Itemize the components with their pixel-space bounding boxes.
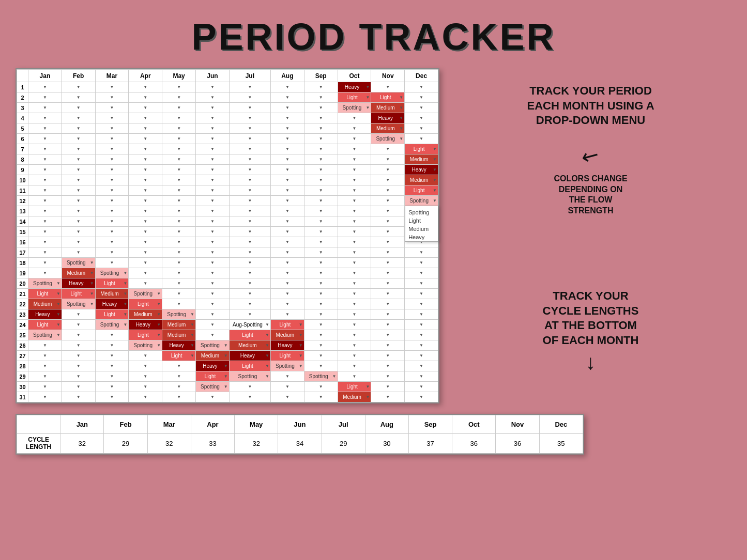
cell-row11-Apr[interactable]: ▼	[129, 185, 162, 196]
cell-row15-Jan[interactable]: ▼	[28, 227, 62, 237]
cell-row1-Nov[interactable]: ▼	[371, 82, 405, 92]
cell-row9-Nov[interactable]: ▼	[371, 165, 405, 175]
cell-row29-Aug[interactable]: ▼	[270, 371, 304, 382]
cell-row27-Apr[interactable]: ▼	[129, 351, 162, 361]
cell-row8-Feb[interactable]: ▼	[62, 154, 95, 165]
cell-row6-Jun[interactable]: ▼	[195, 134, 229, 144]
cell-row28-Oct[interactable]: ▼	[338, 361, 371, 371]
cell-row15-Oct[interactable]: ▼	[338, 227, 371, 237]
cell-row6-Jan[interactable]: ▼	[28, 134, 62, 144]
cell-row1-Feb[interactable]: ▼	[62, 82, 95, 92]
cell-row5-Jul[interactable]: ▼	[229, 123, 270, 134]
cell-row7-Oct[interactable]: ▼	[338, 144, 371, 154]
cell-row25-Jan[interactable]: Spotting▼	[28, 330, 62, 340]
cell-row14-Jan[interactable]: ▼	[28, 216, 62, 227]
cell-row24-Oct[interactable]: ▼	[338, 320, 371, 330]
cell-row25-Oct[interactable]: ▼	[338, 330, 371, 340]
cell-row8-Nov[interactable]: ▼	[371, 154, 405, 165]
cell-row9-Jan[interactable]: ▼	[28, 165, 62, 175]
cell-row20-Sep[interactable]: ▼	[304, 278, 338, 289]
cell-row4-May[interactable]: ▼	[162, 113, 196, 123]
cycle-value-Dec[interactable]: 35	[539, 434, 583, 454]
cell-row13-May[interactable]: ▼	[162, 206, 196, 216]
cell-row21-Apr[interactable]: Spotting▼	[129, 289, 162, 299]
cell-row7-Jul[interactable]: ▼	[229, 144, 270, 154]
cell-row3-Nov[interactable]: Medium▼	[371, 103, 405, 113]
cell-row30-Jul[interactable]: ▼	[229, 382, 270, 392]
cell-row27-Nov[interactable]: ▼	[371, 351, 405, 361]
cell-row29-Apr[interactable]: ▼	[129, 371, 162, 382]
cell-row26-Jun[interactable]: Spotting▼	[195, 340, 229, 351]
cell-row5-Aug[interactable]: ▼	[270, 123, 304, 134]
cell-row12-Oct[interactable]: ▼	[338, 196, 371, 206]
cell-row10-Jul[interactable]: ▼	[229, 175, 270, 185]
cycle-value-Mar[interactable]: 32	[147, 434, 191, 454]
cell-row16-Mar[interactable]: ▼	[95, 237, 129, 247]
cell-row15-Aug[interactable]: ▼	[270, 227, 304, 237]
cell-row7-Nov[interactable]: ▼	[371, 144, 405, 154]
cell-row16-Feb[interactable]: ▼	[62, 237, 95, 247]
cell-row27-Jun[interactable]: Medium▼	[195, 351, 229, 361]
cell-row14-Oct[interactable]: ▼	[338, 216, 371, 227]
cell-row23-Sep[interactable]: ▼	[304, 309, 338, 320]
cycle-value-Jan[interactable]: 32	[60, 434, 104, 454]
cell-row5-Jan[interactable]: ▼	[28, 123, 62, 134]
cell-row11-Aug[interactable]: ▼	[270, 185, 304, 196]
cell-row17-Mar[interactable]: ▼	[95, 247, 129, 258]
cell-row21-Dec[interactable]: ▼	[405, 289, 438, 299]
cell-row20-Jul[interactable]: ▼	[229, 278, 270, 289]
cell-row28-Mar[interactable]: ▼	[95, 361, 129, 371]
cell-row12-Dec[interactable]: Spotting▼SpottingLightMediumHeavy	[405, 196, 438, 206]
cell-row15-Sep[interactable]: ▼	[304, 227, 338, 237]
cycle-value-Oct[interactable]: 36	[452, 434, 496, 454]
cell-row4-Nov[interactable]: Heavy▼	[371, 113, 405, 123]
cycle-value-Aug[interactable]: 30	[365, 434, 408, 454]
cell-row16-Apr[interactable]: ▼	[129, 237, 162, 247]
cell-row9-Jun[interactable]: ▼	[195, 165, 229, 175]
cell-row22-Apr[interactable]: Light▼	[129, 299, 162, 309]
cell-row27-Dec[interactable]: ▼	[405, 351, 438, 361]
cell-row3-Sep[interactable]: ▼	[304, 103, 338, 113]
cell-row28-Jan[interactable]: ▼	[28, 361, 62, 371]
cell-row1-Mar[interactable]: ▼	[95, 82, 129, 92]
cell-row24-Sep[interactable]: ▼	[304, 320, 338, 330]
cell-row11-May[interactable]: ▼	[162, 185, 196, 196]
cell-row28-Sep[interactable]: ▼	[304, 361, 338, 371]
cell-row21-Oct[interactable]: ▼	[338, 289, 371, 299]
cell-row5-Mar[interactable]: ▼	[95, 123, 129, 134]
cell-row27-Mar[interactable]: ▼	[95, 351, 129, 361]
cell-row31-Jan[interactable]: ▼	[28, 392, 62, 402]
cell-row25-Apr[interactable]: Light▼	[129, 330, 162, 340]
dropdown-item-Heavy[interactable]: Heavy	[405, 233, 438, 241]
cell-row5-May[interactable]: ▼	[162, 123, 196, 134]
cell-row15-Mar[interactable]: ▼	[95, 227, 129, 237]
cell-row3-Dec[interactable]: ▼	[405, 103, 438, 113]
cell-row16-Oct[interactable]: ▼	[338, 237, 371, 247]
cell-row26-Aug[interactable]: Heavy▼	[270, 340, 304, 351]
cell-row19-Sep[interactable]: ▼	[304, 268, 338, 278]
cell-row26-Nov[interactable]: ▼	[371, 340, 405, 351]
cell-row10-Jan[interactable]: ▼	[28, 175, 62, 185]
cell-row17-Feb[interactable]: ▼	[62, 247, 95, 258]
cell-row22-Jan[interactable]: Medium▼	[28, 299, 62, 309]
cell-row27-Oct[interactable]: ▼	[338, 351, 371, 361]
cell-row7-Apr[interactable]: ▼	[129, 144, 162, 154]
cell-row11-Jun[interactable]: ▼	[195, 185, 229, 196]
cell-row9-Feb[interactable]: ▼	[62, 165, 95, 175]
cell-row24-Jul[interactable]: Aug-Spotting▼	[229, 320, 270, 330]
cell-row20-Nov[interactable]: ▼	[371, 278, 405, 289]
cell-row23-Oct[interactable]: ▼	[338, 309, 371, 320]
cell-row21-Feb[interactable]: Light▼	[62, 289, 95, 299]
cell-row22-Dec[interactable]: ▼	[405, 299, 438, 309]
cell-row23-Mar[interactable]: Light▼	[95, 309, 129, 320]
cell-row23-Feb[interactable]: ▼	[62, 309, 95, 320]
cell-row30-Apr[interactable]: ▼	[129, 382, 162, 392]
cell-row24-Aug[interactable]: Light▼	[270, 320, 304, 330]
cell-row12-Jan[interactable]: ▼	[28, 196, 62, 206]
cell-row11-Nov[interactable]: ▼	[371, 185, 405, 196]
cell-row25-Jun[interactable]: ▼	[195, 330, 229, 340]
cell-row18-Oct[interactable]: ▼	[338, 258, 371, 268]
cell-row22-Jun[interactable]: ▼	[195, 299, 229, 309]
cell-row14-Apr[interactable]: ▼	[129, 216, 162, 227]
cell-row5-Dec[interactable]: ▼	[405, 123, 438, 134]
